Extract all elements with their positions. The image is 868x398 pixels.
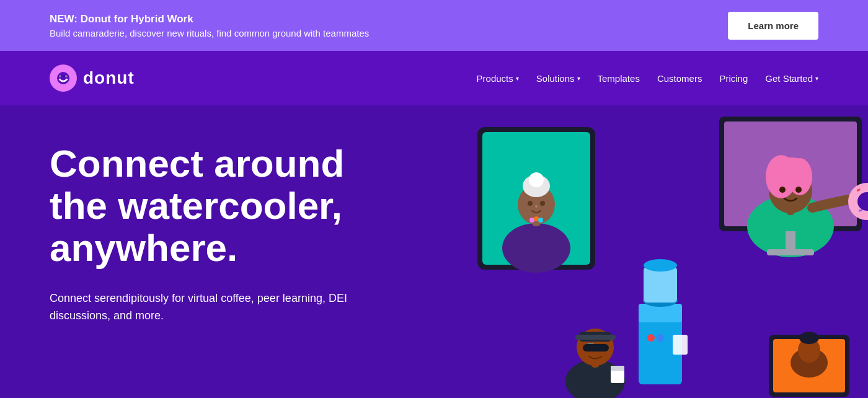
banner-title: NEW: Donut for Hybrid Work: [50, 13, 369, 25]
svg-point-7: [502, 223, 570, 273]
svg-point-15: [529, 218, 534, 223]
svg-rect-44: [673, 335, 688, 355]
svg-point-11: [529, 172, 544, 187]
hero-svg-illustration: 💬: [422, 105, 868, 398]
nav-get-started[interactable]: Get Started ▾: [765, 73, 818, 84]
hero-title: Connect around the watercooler, anywhere…: [50, 143, 397, 270]
banner-text: NEW: Donut for Hybrid Work Build camarad…: [50, 13, 369, 38]
svg-point-14: [535, 205, 538, 208]
nav-products[interactable]: Products ▾: [477, 73, 519, 84]
svg-rect-51: [588, 343, 594, 344]
svg-rect-53: [611, 366, 624, 371]
svg-rect-49: [575, 335, 616, 340]
banner-subtitle: Build camaraderie, discover new rituals,…: [50, 28, 369, 38]
hero-illustration: 💬: [422, 105, 868, 398]
svg-point-43: [657, 334, 664, 342]
announcement-banner: NEW: Donut for Hybrid Work Build camarad…: [0, 0, 868, 51]
nav-solutions[interactable]: Solutions ▾: [536, 73, 580, 84]
nav-links: Products ▾ Solutions ▾ Templates Custome…: [477, 73, 818, 84]
logo-text: donut: [83, 68, 135, 88]
learn-more-button[interactable]: Learn more: [728, 12, 818, 40]
svg-point-60: [799, 332, 819, 344]
svg-point-16: [534, 216, 539, 221]
svg-point-41: [644, 259, 677, 272]
svg-rect-28: [786, 231, 795, 251]
svg-rect-4: [58, 75, 69, 77]
nav-templates[interactable]: Templates: [598, 73, 640, 84]
main-navbar: donut Products ▾ Solutions ▾ Templates C…: [0, 51, 868, 105]
svg-point-25: [772, 157, 809, 180]
svg-point-12: [528, 201, 533, 206]
svg-point-17: [538, 218, 543, 223]
nav-customers[interactable]: Customers: [657, 73, 702, 84]
svg-rect-29: [767, 249, 814, 255]
hero-section: Connect around the watercooler, anywhere…: [0, 105, 868, 398]
chevron-down-icon: ▾: [577, 75, 580, 82]
svg-rect-50: [583, 344, 609, 352]
svg-point-26: [779, 187, 786, 193]
svg-point-1: [57, 72, 69, 84]
svg-point-42: [647, 334, 655, 342]
chevron-down-icon: ▾: [815, 75, 818, 82]
logo[interactable]: donut: [50, 64, 135, 92]
nav-pricing[interactable]: Pricing: [719, 73, 748, 84]
chevron-down-icon: ▾: [516, 75, 519, 82]
svg-point-13: [540, 201, 545, 206]
svg-rect-40: [644, 267, 677, 303]
hero-subtitle: Connect serendipitously for virtual coff…: [50, 290, 347, 325]
hero-content: Connect around the watercooler, anywhere…: [50, 143, 397, 325]
svg-point-27: [795, 187, 802, 193]
donut-logo-icon: [50, 64, 77, 92]
